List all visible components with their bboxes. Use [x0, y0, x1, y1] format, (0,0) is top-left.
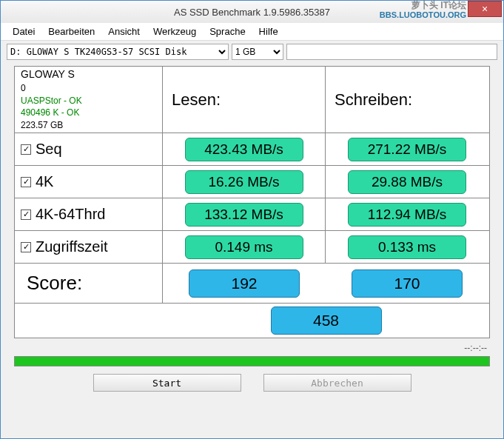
- test-row-seq: ✓Seq 423.43 MB/s 271.22 MB/s: [15, 133, 489, 166]
- alignment-status: 490496 K - OK: [21, 107, 79, 119]
- 4k64-write: 112.94 MB/s: [348, 203, 466, 227]
- cancel-button[interactable]: Abbrechen: [263, 374, 411, 392]
- seq-write: 271.22 MB/s: [348, 138, 466, 161]
- toolbar: D: GLOWAY S TK240GS3-S7 SCSI Disk 1 GB: [1, 41, 503, 63]
- titlebar: AS SSD Benchmark 1.9.5986.35387 萝卜头 IT论坛…: [1, 1, 503, 23]
- header-read: Lesen:: [163, 67, 326, 133]
- checkbox-access[interactable]: ✓: [21, 242, 31, 252]
- filter-field[interactable]: [286, 44, 497, 60]
- drive-select[interactable]: D: GLOWAY S TK240GS3-S7 SCSI Disk: [7, 44, 229, 60]
- score-total: 458: [271, 306, 382, 335]
- checkbox-4k[interactable]: ✓: [21, 177, 31, 187]
- score-read: 192: [189, 269, 300, 298]
- menu-datei[interactable]: Datei: [7, 24, 41, 38]
- score-write: 170: [352, 269, 463, 298]
- drive-info: GLOWAY S 0 UASPStor - OK 490496 K - OK 2…: [15, 67, 163, 133]
- 4k-write: 29.88 MB/s: [348, 170, 466, 194]
- info-row: GLOWAY S 0 UASPStor - OK 490496 K - OK 2…: [15, 67, 489, 133]
- 4k-read: 16.26 MB/s: [185, 170, 303, 194]
- menubar: Datei Bearbeiten Ansicht Werkzeug Sprach…: [1, 23, 503, 41]
- access-read: 0.149 ms: [185, 235, 303, 259]
- watermark: 萝卜头 IT论坛 BBS.LUOBOTOU.ORG: [380, 1, 466, 19]
- results-grid: GLOWAY S 0 UASPStor - OK 490496 K - OK 2…: [14, 66, 490, 338]
- checkbox-4k64[interactable]: ✓: [21, 210, 31, 220]
- test-row-4k64: ✓4K-64Thrd 133.12 MB/s 112.94 MB/s: [15, 198, 489, 231]
- progress-bar: [14, 356, 490, 366]
- menu-werkzeug[interactable]: Werkzeug: [147, 24, 202, 38]
- app-window: AS SSD Benchmark 1.9.5986.35387 萝卜头 IT论坛…: [0, 0, 504, 439]
- access-write: 0.133 ms: [348, 235, 466, 259]
- close-button[interactable]: ×: [468, 1, 502, 17]
- menu-ansicht[interactable]: Ansicht: [102, 24, 146, 38]
- elapsed-timer: --:--:--: [1, 341, 503, 355]
- score-label: Score:: [21, 272, 82, 295]
- size-select[interactable]: 1 GB: [232, 44, 283, 60]
- drive-name: GLOWAY S: [21, 67, 75, 82]
- menu-bearbeiten[interactable]: Bearbeiten: [42, 24, 101, 38]
- start-button[interactable]: Start: [93, 374, 241, 392]
- button-row: Start Abbrechen: [1, 368, 503, 395]
- test-row-4k: ✓4K 16.26 MB/s 29.88 MB/s: [15, 166, 489, 198]
- score-row: Score: 192 170: [15, 264, 489, 304]
- seq-read: 423.43 MB/s: [185, 138, 303, 161]
- score-total-row: 458: [15, 304, 489, 338]
- header-write: Schreiben:: [326, 67, 488, 133]
- menu-hilfe[interactable]: Hilfe: [253, 24, 284, 38]
- drive-firmware: 0: [21, 82, 26, 95]
- driver-status: UASPStor - OK: [21, 95, 82, 107]
- test-row-access: ✓Zugriffszeit 0.149 ms 0.133 ms: [15, 231, 489, 264]
- menu-sprache[interactable]: Sprache: [204, 24, 251, 38]
- checkbox-seq[interactable]: ✓: [21, 144, 31, 155]
- drive-capacity: 223.57 GB: [21, 119, 63, 132]
- 4k64-read: 133.12 MB/s: [185, 203, 303, 227]
